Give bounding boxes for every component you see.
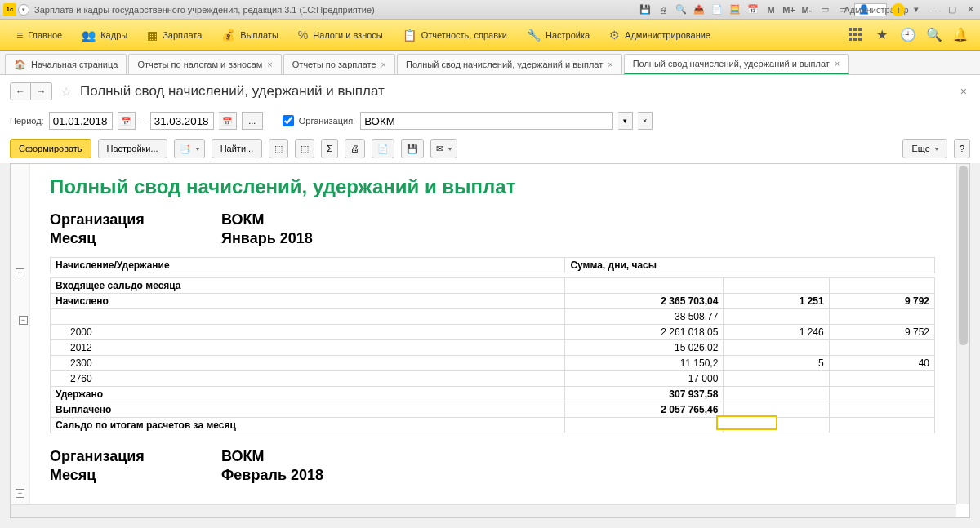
list-icon: ≡ bbox=[16, 29, 23, 42]
zoom-out-icon[interactable]: M- bbox=[800, 3, 813, 16]
row-label: Начислено bbox=[51, 294, 565, 309]
org-value: ВОКМ bbox=[221, 211, 265, 229]
find-button[interactable]: Найти... bbox=[212, 139, 263, 158]
period-more-button[interactable]: ... bbox=[242, 112, 263, 130]
menu-reports[interactable]: 📋Отчетность, справки bbox=[393, 20, 517, 51]
save-button[interactable]: 💾 bbox=[401, 139, 424, 158]
variants-button[interactable]: 📑▾ bbox=[174, 139, 205, 158]
main-menu: ≡Главное 👥Кадры ▦Зарплата 💰Выплаты %Нало… bbox=[0, 20, 980, 51]
month-value: Январь 2018 bbox=[221, 230, 313, 247]
report-content[interactable]: Полный свод начислений, удержаний и выпл… bbox=[30, 164, 955, 517]
settings-button[interactable]: Настройки... bbox=[98, 139, 167, 158]
col-header: Сумма, дни, часы bbox=[565, 258, 935, 273]
date-to-picker[interactable]: 📅 bbox=[219, 112, 237, 130]
wrench-icon: 🔧 bbox=[527, 29, 541, 42]
outline-collapse-3[interactable]: − bbox=[16, 489, 24, 498]
close-icon[interactable]: × bbox=[381, 60, 386, 69]
gear-icon: ⚙ bbox=[609, 29, 620, 42]
apps-grid-icon[interactable] bbox=[846, 25, 866, 45]
money-icon: 💰 bbox=[221, 29, 235, 42]
home-icon: 🏠 bbox=[14, 59, 26, 70]
close-icon[interactable]: × bbox=[267, 60, 272, 69]
outline-collapse-2[interactable]: − bbox=[19, 316, 28, 325]
close-icon[interactable]: × bbox=[835, 59, 840, 69]
filter-bar: Период: 📅 – 📅 ... Организация: ▾ × bbox=[0, 108, 980, 134]
percent-icon: % bbox=[298, 29, 308, 42]
date-from-input[interactable] bbox=[49, 112, 113, 130]
print-icon[interactable]: 🖨 bbox=[657, 3, 670, 16]
nav-back-button[interactable]: ← bbox=[10, 82, 31, 100]
date-from-picker[interactable]: 📅 bbox=[118, 112, 136, 130]
export-icon[interactable]: 📄 bbox=[710, 3, 724, 16]
toolbar: Сформировать Настройки... 📑▾ Найти... ⬚ … bbox=[0, 134, 980, 163]
tab-salary-reports[interactable]: Отчеты по зарплате× bbox=[283, 54, 395, 74]
horizontal-scrollbar[interactable] bbox=[11, 504, 956, 517]
tab-tax-reports[interactable]: Отчеты по налогам и взносам× bbox=[128, 54, 281, 74]
org-checkbox[interactable] bbox=[283, 115, 294, 126]
maximize-icon[interactable]: ▢ bbox=[946, 3, 959, 16]
help-button[interactable]: ? bbox=[954, 139, 970, 158]
save-icon[interactable]: 💾 bbox=[639, 3, 652, 16]
collapse-button[interactable]: ⬚ bbox=[295, 139, 314, 158]
menu-main[interactable]: ≡Главное bbox=[7, 20, 72, 51]
app-logo-icon: 1c bbox=[3, 3, 16, 16]
menu-staff[interactable]: 👥Кадры bbox=[72, 20, 137, 51]
org-label: Организация bbox=[50, 211, 221, 229]
vertical-scrollbar[interactable] bbox=[956, 164, 969, 504]
doc-button[interactable]: 📄 bbox=[372, 139, 394, 158]
close-icon[interactable]: × bbox=[608, 60, 612, 69]
sum-button[interactable]: Σ bbox=[321, 139, 338, 158]
org-input[interactable] bbox=[360, 112, 613, 130]
more-button[interactable]: Еще▾ bbox=[902, 139, 947, 158]
preview-icon[interactable]: 🔍 bbox=[675, 3, 688, 16]
org-clear-button[interactable]: × bbox=[638, 112, 653, 130]
report-table: Начисление/УдержаниеСумма, дни, часы Вхо… bbox=[50, 257, 935, 433]
tab-summary-1[interactable]: Полный свод начислений, удержаний и выпл… bbox=[397, 54, 622, 74]
compare-icon[interactable]: 📤 bbox=[693, 3, 706, 16]
page-title: Полный свод начислений, удержаний и выпл… bbox=[80, 83, 385, 100]
selected-cell[interactable] bbox=[716, 415, 777, 430]
dropdown-icon[interactable]: ▾ bbox=[910, 3, 923, 16]
zoom-in-icon[interactable]: M+ bbox=[782, 3, 795, 16]
search-icon[interactable]: 🔍 bbox=[924, 25, 944, 45]
table-icon: ▦ bbox=[147, 29, 158, 42]
print-button[interactable]: 🖨 bbox=[345, 139, 365, 158]
menu-settings[interactable]: 🔧Настройка bbox=[517, 20, 599, 51]
favorite-icon[interactable]: ★ bbox=[872, 25, 892, 45]
titlebar: 1c ▾ Зарплата и кадры государственного у… bbox=[0, 0, 980, 20]
month-label: Месяц bbox=[50, 230, 221, 247]
panel1-icon[interactable]: ▭ bbox=[818, 3, 831, 16]
close-window-icon[interactable]: ✕ bbox=[964, 3, 977, 16]
doc-icon: 📋 bbox=[403, 29, 416, 42]
menu-payments[interactable]: 💰Выплаты bbox=[212, 20, 287, 51]
people-icon: 👥 bbox=[82, 29, 96, 42]
favorite-star-icon[interactable]: ☆ bbox=[60, 84, 72, 100]
org-label: Организация: bbox=[299, 116, 355, 126]
user-button[interactable]: 👤 Администратор bbox=[854, 3, 887, 16]
period-label: Период: bbox=[10, 116, 44, 126]
calc-icon[interactable]: 🧮 bbox=[728, 3, 742, 16]
expand-button[interactable]: ⬚ bbox=[269, 139, 288, 158]
history-icon[interactable]: 🕘 bbox=[898, 25, 918, 45]
generate-button[interactable]: Сформировать bbox=[10, 139, 91, 158]
tab-home[interactable]: 🏠Начальная страница bbox=[5, 54, 127, 74]
nav-forward-button[interactable]: → bbox=[31, 82, 52, 100]
menu-taxes[interactable]: %Налоги и взносы bbox=[288, 20, 393, 51]
bell-icon[interactable]: 🔔 bbox=[951, 25, 970, 45]
org-dropdown-button[interactable]: ▾ bbox=[618, 112, 633, 130]
calendar-icon[interactable]: 📅 bbox=[746, 3, 760, 16]
close-page-icon[interactable]: × bbox=[957, 82, 970, 101]
date-to-input[interactable] bbox=[150, 112, 214, 130]
report-area: − − − Полный свод начислений, удержаний … bbox=[10, 163, 970, 518]
zoom-normal-icon[interactable]: M bbox=[764, 3, 777, 16]
minimize-icon[interactable]: – bbox=[928, 3, 941, 16]
menu-salary[interactable]: ▦Зарплата bbox=[137, 20, 212, 51]
info-icon[interactable]: i bbox=[892, 3, 905, 16]
menu-admin[interactable]: ⚙Администрирование bbox=[599, 20, 720, 51]
tab-summary-2[interactable]: Полный свод начислений, удержаний и выпл… bbox=[624, 54, 849, 74]
window-title: Зарплата и кадры государственного учрежд… bbox=[34, 5, 639, 15]
app-menu-dropdown[interactable]: ▾ bbox=[18, 4, 29, 16]
page-header: ← → ☆ Полный свод начислений, удержаний … bbox=[0, 75, 980, 108]
mail-button[interactable]: ✉▾ bbox=[430, 139, 457, 158]
outline-collapse-1[interactable]: − bbox=[16, 268, 24, 277]
